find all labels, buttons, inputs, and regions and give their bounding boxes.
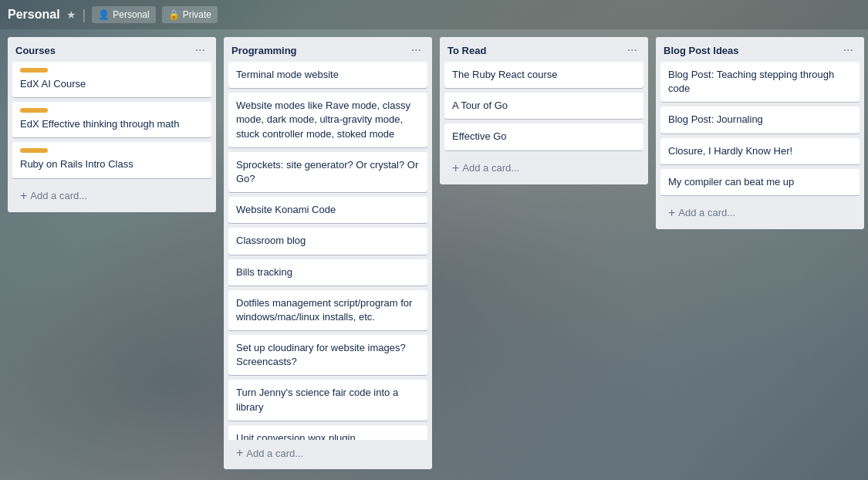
card[interactable]: Turn Jenny's science fair code into a li… xyxy=(228,380,427,420)
card-text: Blog Post: Journaling xyxy=(668,113,763,125)
list-menu-btn-to-read[interactable]: ··· xyxy=(624,43,640,57)
card-text: Ruby on Rails Intro Class xyxy=(20,158,133,170)
card-text: Website modes like Rave mode, classy mod… xyxy=(236,100,410,139)
add-card-btn-blog-post-ideas[interactable]: + Add a card... xyxy=(660,201,860,225)
card-label-orange xyxy=(20,68,48,73)
card[interactable]: Closure, I Hardly Know Her! xyxy=(660,138,860,164)
card-text: Effective Go xyxy=(452,130,507,142)
list-cards-blog-post-ideas: Blog Post: Teaching stepping through cod… xyxy=(656,62,864,200)
list-title-programming: Programming xyxy=(231,45,297,56)
lock-icon: 🔒 xyxy=(168,9,180,20)
list-menu-btn-blog-post-ideas[interactable]: ··· xyxy=(840,43,856,57)
person-icon: 👤 xyxy=(98,9,110,20)
card[interactable]: The Ruby React course xyxy=(444,62,643,88)
card[interactable]: Unit conversion wox plugin xyxy=(228,425,427,440)
card-text: A Tour of Go xyxy=(452,100,508,111)
board-area: Courses···EdX AI CourseEdX Effective thi… xyxy=(0,29,868,480)
plus-icon: + xyxy=(20,189,27,203)
board-title: Personal xyxy=(8,8,60,22)
card-text: The Ruby React course xyxy=(452,69,558,80)
card[interactable]: EdX Effective thinking through math xyxy=(12,102,211,137)
card-text: EdX AI Course xyxy=(20,78,86,90)
private-visibility-btn[interactable]: 🔒 Private xyxy=(162,6,218,23)
list-title-blog-post-ideas: Blog Post Ideas xyxy=(664,45,739,56)
card[interactable]: Website modes like Rave mode, classy mod… xyxy=(228,93,427,147)
plus-icon: + xyxy=(236,446,243,460)
list-cards-courses: EdX AI CourseEdX Effective thinking thro… xyxy=(8,62,216,183)
card[interactable]: A Tour of Go xyxy=(444,93,643,119)
card[interactable]: Website Konami Code xyxy=(228,197,427,223)
list-to-read: To Read···The Ruby React courseA Tour of… xyxy=(440,37,648,184)
card-text: Dotfiles management script/program for w… xyxy=(236,297,412,323)
list-blog-post-ideas: Blog Post Ideas···Blog Post: Teaching st… xyxy=(656,37,864,229)
board-header: Personal ★ | 👤 Personal 🔒 Private xyxy=(0,0,868,29)
add-card-btn-courses[interactable]: + Add a card... xyxy=(12,184,211,208)
card[interactable]: Blog Post: Teaching stepping through cod… xyxy=(660,62,860,102)
personal-visibility-btn[interactable]: 👤 Personal xyxy=(92,6,155,23)
card-label-orange xyxy=(20,148,48,153)
card-text: Set up cloudinary for website images? Sc… xyxy=(236,342,406,367)
card[interactable]: Classroom blog xyxy=(228,228,427,254)
card[interactable]: EdX AI Course xyxy=(12,62,211,97)
card-text: Bills tracking xyxy=(236,266,292,278)
card-text: EdX Effective thinking through math xyxy=(20,118,179,130)
plus-icon: + xyxy=(668,206,675,220)
card[interactable]: Ruby on Rails Intro Class xyxy=(12,142,211,177)
card-text: Blog Post: Teaching stepping through cod… xyxy=(668,69,834,94)
list-menu-btn-courses[interactable]: ··· xyxy=(192,43,208,57)
add-card-btn-programming[interactable]: + Add a card... xyxy=(228,441,427,465)
list-header-courses: Courses··· xyxy=(8,37,216,62)
list-menu-btn-programming[interactable]: ··· xyxy=(408,43,424,57)
list-cards-to-read: The Ruby React courseA Tour of GoEffecti… xyxy=(440,62,648,155)
star-icon[interactable]: ★ xyxy=(66,8,76,21)
card-text: My compiler can beat me up xyxy=(668,176,794,188)
list-title-courses: Courses xyxy=(15,45,56,56)
card-text: Sprockets: site generator? Or crystal? O… xyxy=(236,159,418,184)
card-text: Unit conversion wox plugin xyxy=(236,432,356,440)
add-card-btn-to-read[interactable]: + Add a card... xyxy=(444,157,643,180)
card[interactable]: My compiler can beat me up xyxy=(660,169,860,195)
list-header-to-read: To Read··· xyxy=(440,37,648,62)
list-header-programming: Programming··· xyxy=(224,37,432,62)
card-label-orange xyxy=(20,108,48,113)
list-title-to-read: To Read xyxy=(448,45,486,56)
list-programming: Programming···Terminal mode websiteWebsi… xyxy=(224,37,432,469)
card[interactable]: Sprockets: site generator? Or crystal? O… xyxy=(228,152,427,192)
list-cards-programming: Terminal mode websiteWebsite modes like … xyxy=(224,62,432,440)
plus-icon: + xyxy=(452,161,459,175)
list-courses: Courses···EdX AI CourseEdX Effective thi… xyxy=(8,37,216,212)
list-header-blog-post-ideas: Blog Post Ideas··· xyxy=(656,37,864,62)
card-text: Terminal mode website xyxy=(236,69,339,80)
card[interactable]: Blog Post: Journaling xyxy=(660,106,860,133)
card[interactable]: Set up cloudinary for website images? Sc… xyxy=(228,335,427,375)
card-text: Closure, I Hardly Know Her! xyxy=(668,145,792,157)
card[interactable]: Terminal mode website xyxy=(228,62,427,88)
card[interactable]: Bills tracking xyxy=(228,259,427,286)
card-text: Classroom blog xyxy=(236,235,306,246)
card[interactable]: Dotfiles management script/program for w… xyxy=(228,290,427,330)
card-text: Website Konami Code xyxy=(236,204,336,215)
card-text: Turn Jenny's science fair code into a li… xyxy=(236,387,398,412)
card[interactable]: Effective Go xyxy=(444,123,643,150)
